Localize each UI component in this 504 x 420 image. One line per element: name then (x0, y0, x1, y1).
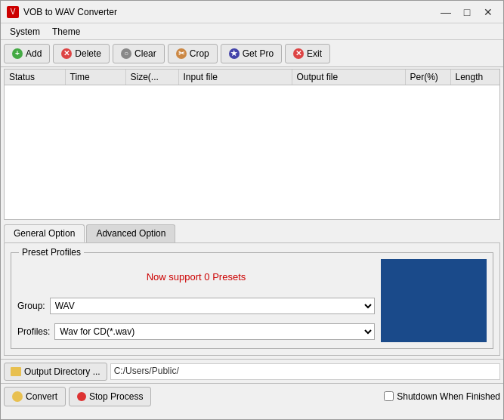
output-dir-path: C:/Users/Public/ (110, 363, 500, 380)
window-controls: — □ ✕ (437, 3, 497, 21)
minimize-button[interactable]: — (437, 3, 455, 21)
close-button[interactable]: ✕ (479, 3, 497, 21)
col-header-size: Size(... (125, 69, 178, 85)
getpro-button[interactable]: ★ Get Pro (221, 44, 282, 63)
options-area: General Option Advanced Option Preset Pr… (1, 221, 503, 359)
crop-button[interactable]: ✂ Crop (168, 44, 218, 63)
clear-button[interactable]: ○ Clear (113, 44, 165, 63)
profiles-select[interactable]: Wav for CD(*.wav) (54, 323, 375, 340)
tabs: General Option Advanced Option (4, 224, 500, 242)
menu-theme[interactable]: Theme (46, 25, 86, 39)
crop-icon: ✂ (176, 48, 187, 59)
now-support-text: Now support 0 Presets (17, 265, 375, 289)
getpro-icon: ★ (229, 48, 240, 59)
menu-bar: System Theme (1, 23, 503, 40)
getpro-label: Get Pro (243, 48, 274, 59)
stop-label: Stop Process (89, 391, 143, 402)
file-table-container[interactable]: Status Time Size(... Input file Output f… (4, 69, 500, 220)
toolbar: + Add ✕ Delete ○ Clear ✂ Crop ★ Get Pro … (1, 40, 503, 67)
convert-label: Convert (26, 391, 57, 402)
menu-system[interactable]: System (4, 25, 46, 39)
shutdown-row: Shutdown When Finished (384, 391, 500, 402)
clear-icon: ○ (121, 48, 131, 59)
exit-label: Exit (307, 48, 322, 59)
profiles-label: Profiles: (17, 326, 50, 337)
output-dir-label: Output Directory ... (24, 366, 100, 377)
convert-icon (12, 391, 23, 402)
window-title: VOB to WAV Converter (23, 7, 437, 17)
profiles-row: Profiles: Wav for CD(*.wav) (17, 323, 375, 340)
col-header-output: Output file (292, 69, 405, 85)
action-right: Shutdown When Finished (384, 391, 500, 402)
preset-preview (381, 259, 487, 342)
tab-advanced[interactable]: Advanced Option (86, 224, 175, 242)
convert-button[interactable]: Convert (4, 387, 66, 406)
group-row: Group: WAV (17, 298, 375, 314)
add-label: Add (26, 48, 42, 59)
tab-general[interactable]: General Option (4, 224, 85, 242)
delete-label: Delete (75, 48, 101, 59)
exit-icon: ✕ (293, 48, 304, 59)
shutdown-checkbox[interactable] (384, 391, 394, 401)
add-button[interactable]: + Add (4, 44, 50, 63)
shutdown-label: Shutdown When Finished (397, 391, 500, 402)
col-header-input: Input file (178, 69, 292, 85)
stop-icon (77, 392, 86, 401)
col-header-status: Status (5, 69, 65, 85)
delete-icon: ✕ (61, 48, 72, 59)
maximize-button[interactable]: □ (458, 3, 476, 21)
preset-profiles-group: Preset Profiles Now support 0 Presets Gr… (11, 252, 493, 349)
output-dir-bar: Output Directory ... C:/Users/Public/ (1, 359, 503, 383)
group-label: Group: (17, 301, 45, 311)
title-bar: V VOB to WAV Converter — □ ✕ (1, 1, 503, 23)
output-dir-button[interactable]: Output Directory ... (4, 363, 107, 381)
action-left: Convert Stop Process (4, 387, 384, 406)
action-bar: Convert Stop Process Shutdown When Finis… (1, 383, 503, 409)
tab-content: Preset Profiles Now support 0 Presets Gr… (4, 242, 500, 356)
group-select[interactable]: WAV (50, 298, 375, 314)
preset-profiles-label: Preset Profiles (19, 247, 84, 258)
clear-label: Clear (135, 48, 156, 59)
file-table: Status Time Size(... Input file Output f… (5, 69, 500, 85)
col-header-per: Per(%) (405, 69, 450, 85)
col-header-length: Length (450, 69, 500, 85)
preset-left: Now support 0 Presets Group: WAV Profile… (17, 259, 375, 342)
exit-button[interactable]: ✕ Exit (285, 44, 330, 63)
crop-label: Crop (190, 48, 209, 59)
folder-icon (11, 367, 21, 376)
stop-process-button[interactable]: Stop Process (69, 387, 151, 406)
delete-button[interactable]: ✕ Delete (53, 44, 110, 63)
add-icon: + (12, 48, 23, 59)
col-header-time: Time (65, 69, 125, 85)
app-icon: V (7, 6, 19, 18)
